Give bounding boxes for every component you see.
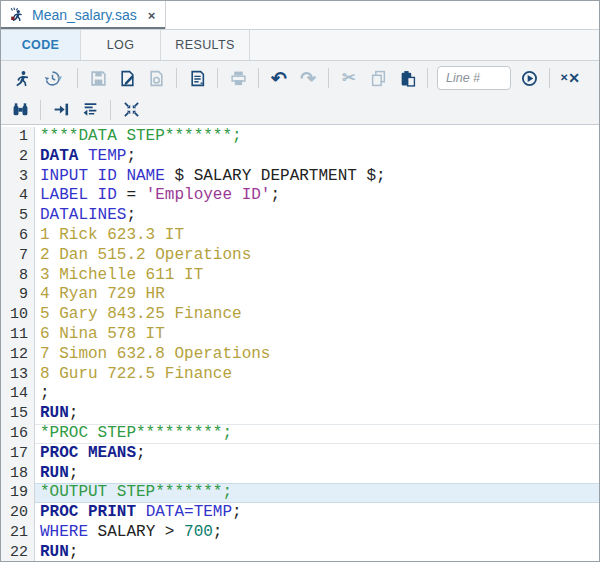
code-line-11[interactable]: 116 Nina 578 IT bbox=[1, 325, 599, 345]
code-line-18[interactable]: 18RUN; bbox=[1, 464, 599, 484]
line-number: 7 bbox=[1, 246, 35, 266]
print-button[interactable] bbox=[227, 67, 249, 89]
redo-button[interactable]: ↷ bbox=[297, 67, 319, 89]
code-line-text: RUN; bbox=[35, 543, 599, 561]
code-line-9[interactable]: 94 Ryan 729 HR bbox=[1, 285, 599, 305]
collapse-all-button[interactable] bbox=[120, 99, 142, 121]
code-line-text: 8 Guru 722.5 Finance bbox=[35, 365, 599, 385]
line-number: 12 bbox=[1, 345, 35, 365]
cut-button[interactable]: ✂ bbox=[338, 67, 360, 89]
toolbar-separator bbox=[176, 68, 177, 88]
line-number: 6 bbox=[1, 226, 35, 246]
line-number: 14 bbox=[1, 384, 35, 404]
code-line-14[interactable]: 14; bbox=[1, 384, 599, 404]
line-number: 22 bbox=[1, 543, 35, 561]
code-line-16[interactable]: 16*PROC STEP*********; bbox=[1, 424, 599, 444]
save-as-button[interactable] bbox=[116, 67, 138, 89]
format-code-button[interactable] bbox=[79, 99, 101, 121]
caret-down-icon: ▾ bbox=[57, 73, 62, 83]
code-line-text: 6 Nina 578 IT bbox=[35, 325, 599, 345]
code-line-20[interactable]: 20PROC PRINT DATA=TEMP; bbox=[1, 503, 599, 523]
line-number: 21 bbox=[1, 523, 35, 543]
find-replace-button[interactable] bbox=[9, 99, 31, 121]
line-number: 8 bbox=[1, 266, 35, 286]
toolbar-secondary bbox=[1, 95, 599, 125]
code-line-1[interactable]: 1****DATA STEP*******; bbox=[1, 127, 599, 147]
code-line-19[interactable]: 19*OUTPUT STEP*******; bbox=[1, 483, 599, 503]
tab-code[interactable]: CODE bbox=[1, 30, 81, 60]
goto-region-button[interactable] bbox=[50, 99, 72, 121]
code-line-text: WHERE SALARY > 700; bbox=[35, 523, 599, 543]
toolbar-separator bbox=[110, 100, 111, 120]
line-number-input[interactable] bbox=[437, 66, 511, 90]
sas-studio-editor-window: Mean_salary.sas × CODE LOG RESULTS ▾ bbox=[0, 0, 600, 562]
toolbar-separator bbox=[427, 68, 428, 88]
code-line-21[interactable]: 21WHERE SALARY > 700; bbox=[1, 523, 599, 543]
code-line-12[interactable]: 127 Simon 632.8 Operations bbox=[1, 345, 599, 365]
line-number: 13 bbox=[1, 365, 35, 385]
file-tab-mean-salary[interactable]: Mean_salary.sas × bbox=[1, 1, 166, 29]
line-number: 15 bbox=[1, 404, 35, 424]
code-line-text: DATALINES; bbox=[35, 206, 599, 226]
line-number: 16 bbox=[1, 424, 35, 444]
toolbar-separator bbox=[258, 68, 259, 88]
code-line-2[interactable]: 2DATA TEMP; bbox=[1, 147, 599, 167]
code-line-text: *PROC STEP*********; bbox=[35, 424, 599, 444]
close-tab-icon[interactable]: × bbox=[148, 8, 156, 23]
line-number: 11 bbox=[1, 325, 35, 345]
code-line-text: 5 Gary 843.25 Finance bbox=[35, 305, 599, 325]
view-tab-bar: CODE LOG RESULTS bbox=[1, 30, 599, 61]
line-number: 20 bbox=[1, 503, 35, 523]
code-line-13[interactable]: 138 Guru 722.5 Finance bbox=[1, 365, 599, 385]
program-summary-button[interactable] bbox=[186, 67, 208, 89]
clear-code-button[interactable]: ✕✕ bbox=[559, 67, 581, 89]
file-tab-label: Mean_salary.sas bbox=[32, 7, 137, 23]
code-line-8[interactable]: 83 Michelle 611 IT bbox=[1, 266, 599, 286]
page-properties-button[interactable] bbox=[145, 67, 167, 89]
tab-log[interactable]: LOG bbox=[81, 30, 161, 60]
line-number: 9 bbox=[1, 285, 35, 305]
line-number: 2 bbox=[1, 147, 35, 167]
code-line-10[interactable]: 105 Gary 843.25 Finance bbox=[1, 305, 599, 325]
submission-history-button[interactable]: ▾ bbox=[38, 67, 68, 89]
sas-program-icon bbox=[9, 5, 25, 25]
code-lines: 1****DATA STEP*******;2DATA TEMP;3INPUT … bbox=[1, 127, 599, 561]
copy-button[interactable] bbox=[367, 67, 389, 89]
tab-results[interactable]: RESULTS bbox=[161, 30, 250, 60]
code-line-text: PROC MEANS; bbox=[35, 444, 599, 464]
code-line-3[interactable]: 3INPUT ID NAME $ SALARY DEPARTMENT $; bbox=[1, 167, 599, 187]
file-tab-bar: Mean_salary.sas × bbox=[1, 1, 599, 30]
code-line-text: PROC PRINT DATA=TEMP; bbox=[35, 503, 599, 523]
code-line-text: 4 Ryan 729 HR bbox=[35, 285, 599, 305]
save-button[interactable] bbox=[87, 67, 109, 89]
code-line-5[interactable]: 5DATALINES; bbox=[1, 206, 599, 226]
toolbar-main: ▾ ↶ ↷ ✂ bbox=[1, 61, 599, 95]
code-line-6[interactable]: 61 Rick 623.3 IT bbox=[1, 226, 599, 246]
code-editor[interactable]: 1****DATA STEP*******;2DATA TEMP;3INPUT … bbox=[1, 125, 599, 561]
code-line-17[interactable]: 17PROC MEANS; bbox=[1, 444, 599, 464]
toolbar-separator bbox=[77, 68, 78, 88]
undo-button[interactable]: ↶ bbox=[268, 67, 290, 89]
line-number: 10 bbox=[1, 305, 35, 325]
code-line-22[interactable]: 22RUN; bbox=[1, 543, 599, 561]
line-number: 18 bbox=[1, 464, 35, 484]
line-number: 4 bbox=[1, 186, 35, 206]
toolbar-separator bbox=[217, 68, 218, 88]
code-line-text: DATA TEMP; bbox=[35, 147, 599, 167]
toolbar-separator bbox=[549, 68, 550, 88]
code-line-text: INPUT ID NAME $ SALARY DEPARTMENT $; bbox=[35, 167, 599, 187]
code-line-text: ; bbox=[35, 384, 599, 404]
line-number: 1 bbox=[1, 127, 35, 147]
run-button[interactable] bbox=[9, 67, 31, 89]
code-line-text: LABEL ID = 'Employee ID'; bbox=[35, 186, 599, 206]
code-line-7[interactable]: 72 Dan 515.2 Operations bbox=[1, 246, 599, 266]
code-line-4[interactable]: 4LABEL ID = 'Employee ID'; bbox=[1, 186, 599, 206]
code-line-15[interactable]: 15RUN; bbox=[1, 404, 599, 424]
line-number: 5 bbox=[1, 206, 35, 226]
goto-line-button[interactable] bbox=[518, 67, 540, 89]
toolbar-separator bbox=[40, 100, 41, 120]
code-line-text: *OUTPUT STEP*******; bbox=[35, 483, 599, 503]
paste-button[interactable] bbox=[396, 67, 418, 89]
code-line-text: RUN; bbox=[35, 404, 599, 424]
code-line-text: RUN; bbox=[35, 464, 599, 484]
